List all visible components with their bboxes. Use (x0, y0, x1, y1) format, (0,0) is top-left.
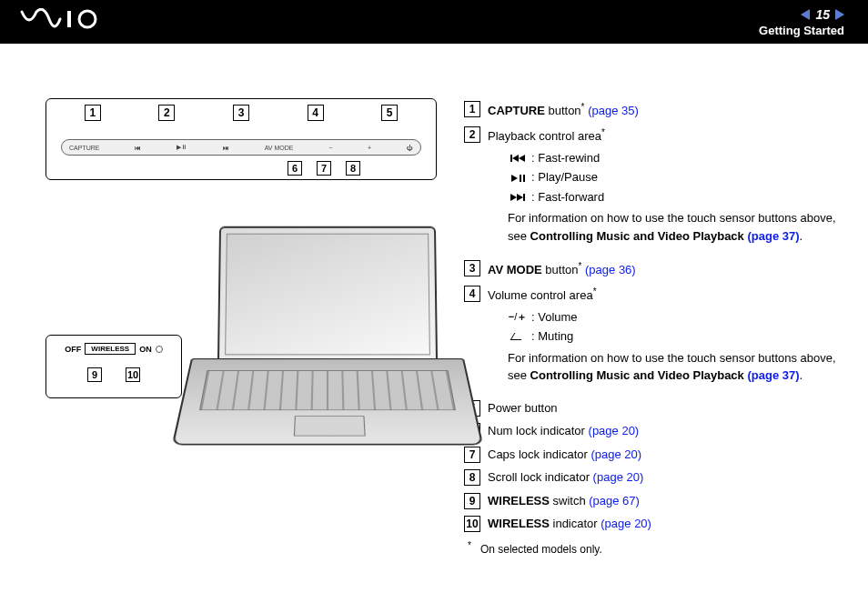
laptop-illustration (191, 226, 464, 526)
playpause-icon (508, 170, 528, 186)
legend-item-5: 5Power button (464, 399, 841, 417)
strip-avmode: AV MODE (265, 145, 294, 151)
strip-plus-icon: + (368, 145, 371, 151)
legend-text: Power button (488, 399, 841, 417)
sub-item: : Play/Pause (508, 168, 841, 186)
wireless-switch-chip: WIRELESS (85, 343, 136, 355)
legend-text: Volume control area* −/＋: Volume: Muting… (488, 285, 841, 394)
switch-off-label: OFF (65, 345, 81, 354)
rewind-icon (508, 150, 528, 166)
control-strip: CAPTURE ⏮ ▶⏸ ⏭ AV MODE − + ⏻ (61, 139, 421, 156)
switch-on-label: ON (139, 345, 152, 354)
callout-1: 1 (85, 105, 101, 121)
legend-item-1: 1CAPTURE button* (page 35) (464, 100, 841, 120)
legend-note: For information on how to use the touch … (508, 209, 841, 245)
content-area: 1 2 3 4 5 CAPTURE ⏮ ▶⏸ ⏭ AV MODE − + ⏻ 6… (0, 44, 868, 576)
sub-item: −/＋: Volume (508, 308, 841, 327)
legend-text: AV MODE button* (page 36) (488, 259, 841, 279)
laptop-screen (217, 226, 438, 363)
footnote: *On selected models only. (468, 538, 841, 558)
control-strip-callout: 1 2 3 4 5 CAPTURE ⏮ ▶⏸ ⏭ AV MODE − + ⏻ 6… (45, 98, 437, 180)
page-link[interactable]: (page 37) (747, 229, 799, 243)
strip-playpause-icon: ▶⏸ (177, 144, 187, 151)
legend-num: 7 (464, 447, 480, 463)
strip-power-icon: ⏻ (407, 145, 413, 151)
section-title: Getting Started (759, 24, 844, 37)
svg-point-1 (79, 11, 96, 27)
callout-6: 6 (288, 161, 302, 176)
page-link[interactable]: (page 36) (585, 263, 636, 276)
legend-num: 4 (464, 286, 480, 302)
wireless-switch-callout: OFF WIRELESS ON 9 10 (45, 335, 182, 398)
mute-icon (508, 329, 528, 345)
legend-item-4: 4Volume control area* −/＋: Volume: Mutin… (464, 285, 841, 394)
strip-rewind-icon: ⏮ (135, 145, 141, 151)
page-link[interactable]: (page 20) (590, 447, 641, 461)
volpm-icon: −/＋ (508, 309, 528, 325)
strip-forward-icon: ⏭ (223, 145, 229, 151)
diagram-panel: 1 2 3 4 5 CAPTURE ⏮ ▶⏸ ⏭ AV MODE − + ⏻ 6… (45, 98, 437, 558)
legend-num: 2 (464, 126, 480, 143)
legend-num: 10 (464, 516, 480, 532)
svg-rect-0 (67, 11, 71, 27)
strip-capture: CAPTURE (69, 145, 99, 151)
laptop-base (172, 358, 484, 445)
forward-icon (508, 189, 528, 205)
next-page-icon[interactable] (835, 9, 844, 20)
sub-item: : Fast-forward (508, 188, 841, 206)
legend-item-7: 7Caps lock indicator (page 20) (464, 446, 841, 464)
wireless-indicator-dot (156, 346, 163, 353)
legend-item-9: 9WIRELESS switch (page 67) (464, 492, 841, 510)
laptop-keyboard (199, 370, 456, 410)
legend-item-3: 3AV MODE button* (page 36) (464, 259, 841, 279)
legend-text: Num lock indicator (page 20) (488, 422, 841, 440)
legend-num: 1 (464, 101, 480, 117)
legend-text: Caps lock indicator (page 20) (488, 446, 841, 464)
page-link[interactable]: (page 20) (589, 424, 640, 437)
sub-item: : Muting (508, 327, 841, 346)
page-nav: 15 (759, 7, 844, 22)
prev-page-icon[interactable] (801, 9, 810, 20)
callout-10: 10 (126, 367, 140, 382)
strip-minus-icon: − (328, 145, 332, 151)
legend-num: 3 (464, 260, 480, 276)
callout-4: 4 (308, 105, 324, 121)
page-header: 15 Getting Started (0, 0, 868, 44)
page-link[interactable]: (page 37) (747, 368, 799, 382)
callout-5: 5 (381, 105, 398, 121)
legend-item-10: 10WIRELESS indicator (page 20) (464, 515, 841, 533)
legend-text: CAPTURE button* (page 35) (488, 100, 841, 120)
callout-3: 3 (233, 105, 249, 121)
legend-list: 1CAPTURE button* (page 35)2Playback cont… (464, 98, 841, 558)
legend-text: WIRELESS switch (page 67) (488, 492, 841, 510)
legend-text: Scroll lock indicator (page 20) (488, 468, 841, 487)
callout-8: 8 (346, 161, 360, 176)
page-number: 15 (815, 7, 830, 22)
sub-item: : Fast-rewind (508, 149, 841, 167)
legend-note: For information on how to use the touch … (508, 349, 841, 385)
callout-9: 9 (87, 367, 102, 382)
laptop-touchpad (294, 416, 366, 436)
page-link[interactable]: (page 67) (589, 494, 640, 507)
legend-num: 9 (464, 493, 480, 509)
page-link[interactable]: (page 35) (588, 104, 639, 117)
legend-num: 8 (464, 469, 480, 486)
page-link[interactable]: (page 20) (601, 517, 651, 530)
legend-item-6: 6Num lock indicator (page 20) (464, 422, 841, 440)
callout-2: 2 (158, 105, 175, 121)
page-link[interactable]: (page 20) (593, 470, 644, 484)
header-right: 15 Getting Started (759, 7, 844, 37)
vaio-logo (20, 8, 102, 36)
callout-7: 7 (317, 161, 331, 176)
legend-item-8: 8Scroll lock indicator (page 20) (464, 468, 841, 487)
legend-text: Playback control area* : Fast-rewind: Pl… (488, 126, 841, 254)
legend-text: WIRELESS indicator (page 20) (488, 515, 841, 533)
legend-item-2: 2Playback control area* : Fast-rewind: P… (464, 126, 841, 254)
